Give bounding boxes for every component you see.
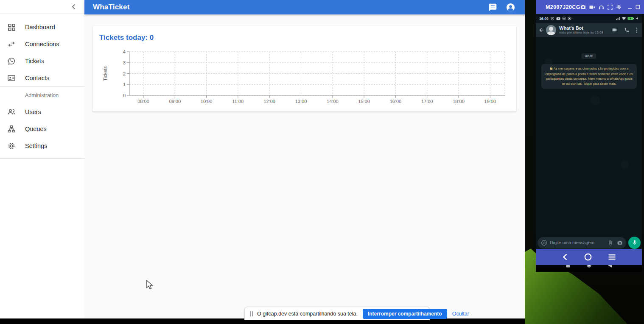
svg-text:16:00: 16:00: [390, 99, 402, 104]
chat-menu-button[interactable]: [636, 27, 638, 33]
app-title: WhaTicket: [93, 3, 130, 11]
wifi-icon: [622, 17, 626, 20]
battery-icon: [627, 17, 635, 20]
swap-icon: [6, 40, 17, 48]
minimize-icon: [627, 5, 632, 9]
mirror-menu-button[interactable]: [608, 254, 616, 260]
whatsapp-chat-header: What's Bot visto por último hoje às 16:0…: [536, 23, 642, 37]
emoji-icon: [541, 240, 547, 246]
paperclip-icon: [608, 240, 613, 246]
screenshot-button[interactable]: [580, 4, 586, 10]
tree-icon: [6, 125, 17, 133]
svg-text:19:00: 19:00: [484, 99, 496, 104]
back-arrow-icon: [538, 27, 544, 33]
svg-text:13:00: 13:00: [295, 99, 307, 104]
more-vert-icon: [636, 27, 638, 33]
chat-area: HOJE As mensagens e as chamadas são prot…: [536, 37, 642, 250]
menu-icon: [608, 254, 616, 260]
videocam-icon: [589, 5, 595, 10]
phone-window-titlebar[interactable]: M2007J20CG: [536, 0, 644, 14]
screen-share-bar: O gifcap.dev está compartilhando sua tel…: [244, 307, 430, 320]
mirror-control-bar: [536, 249, 642, 265]
dashboard-icon: [6, 23, 17, 31]
fullscreen-icon: [608, 5, 613, 10]
attach-button[interactable]: [608, 240, 613, 246]
contact-presence: visto por último hoje às 16:08: [559, 31, 603, 34]
fullscreen-button[interactable]: [608, 5, 613, 10]
svg-text:12:00: 12:00: [263, 99, 275, 104]
camera-button[interactable]: [617, 240, 623, 246]
mic-icon: [632, 240, 638, 246]
audio-button[interactable]: [599, 4, 604, 10]
sidebar-item-label: Users: [25, 109, 41, 115]
sidebar-item-label: Tickets: [25, 58, 44, 64]
youtube-icon: [556, 17, 560, 20]
circle-icon: [584, 253, 592, 261]
stop-sharing-button[interactable]: Interromper compartilhamento: [363, 309, 447, 319]
message-input[interactable]: Digite uma mensagem: [538, 237, 626, 249]
sidebar-item-tickets[interactable]: Tickets: [0, 53, 84, 70]
phone-screen: 16:09: [536, 14, 642, 249]
window-settings-button[interactable]: [616, 4, 622, 10]
back-button[interactable]: [538, 27, 544, 33]
sidebar-header: [0, 0, 84, 14]
svg-text:2: 2: [123, 71, 126, 76]
browser-window: Dashboard Connections Tickets: [0, 0, 525, 324]
sidebar-item-label: Settings: [25, 142, 47, 149]
sidebar-item-settings[interactable]: Settings: [0, 137, 84, 154]
mirror-back-button[interactable]: [563, 254, 568, 260]
camera-icon: [617, 240, 623, 246]
date-badge: HOJE: [581, 53, 596, 59]
voice-record-button[interactable]: [628, 237, 641, 249]
signal-icon: [616, 17, 620, 20]
sidebar-item-queues[interactable]: Queues: [0, 120, 84, 137]
svg-text:4: 4: [123, 49, 126, 54]
sidebar-item-connections[interactable]: Connections: [0, 36, 84, 53]
mirror-home-button[interactable]: [584, 253, 592, 261]
share-message: O gifcap.dev está compartilhando sua tel…: [257, 311, 358, 317]
tickets-today-card: Tickets today: 0 0123408:0009:0010:0011:…: [92, 26, 516, 112]
messages-button[interactable]: [488, 3, 497, 12]
account-button[interactable]: [506, 3, 515, 12]
sidebar-item-contacts[interactable]: Contacts: [0, 70, 84, 87]
sidebar-item-users[interactable]: Users: [0, 103, 84, 120]
record-button[interactable]: [589, 5, 595, 10]
maximize-icon: [636, 5, 640, 9]
camera-icon: [580, 4, 586, 10]
voice-call-button[interactable]: [624, 27, 630, 33]
sidebar-item-label: Queues: [25, 126, 47, 132]
encryption-notice[interactable]: As mensagens e as chamadas são protegida…: [541, 64, 637, 89]
svg-text:18:00: 18:00: [453, 99, 465, 104]
status-time: 16:09: [539, 17, 549, 21]
hide-share-bar-button[interactable]: Ocultar: [452, 311, 469, 317]
emoji-button[interactable]: [541, 240, 547, 246]
sidebar-item-label: Connections: [25, 41, 59, 47]
video-call-button[interactable]: [611, 27, 618, 33]
videocam-icon: [611, 27, 618, 33]
headphones-icon: [599, 4, 604, 10]
contact-info[interactable]: What's Bot visto por último hoje às 16:0…: [559, 25, 603, 35]
sidebar: Dashboard Connections Tickets: [0, 0, 84, 318]
contact-card-icon: [6, 74, 17, 82]
svg-text:10:00: 10:00: [201, 99, 213, 104]
gear-icon: [6, 142, 17, 150]
contact-avatar[interactable]: [546, 25, 556, 35]
app-circle-icon: [562, 17, 566, 20]
maximize-button[interactable]: [636, 5, 640, 9]
alarm-icon: [551, 17, 554, 20]
app-bar: WhaTicket: [84, 0, 525, 14]
people-icon: [6, 108, 17, 116]
sidebar-item-dashboard[interactable]: Dashboard: [0, 19, 84, 36]
sidebar-collapse-button[interactable]: [71, 4, 77, 10]
sidebar-item-label: Contacts: [25, 75, 49, 81]
minimize-button[interactable]: [627, 5, 632, 9]
svg-text:08:00: 08:00: [137, 99, 149, 104]
contact-name: What's Bot: [559, 25, 603, 31]
drag-handle-icon[interactable]: [250, 311, 253, 316]
svg-text:17:00: 17:00: [421, 99, 433, 104]
message-input-row: Digite uma mensagem: [536, 235, 642, 250]
chevron-left-icon: [563, 254, 568, 260]
whatsapp-icon: [6, 57, 17, 65]
phone-icon: [624, 27, 630, 33]
divider: [0, 86, 84, 87]
